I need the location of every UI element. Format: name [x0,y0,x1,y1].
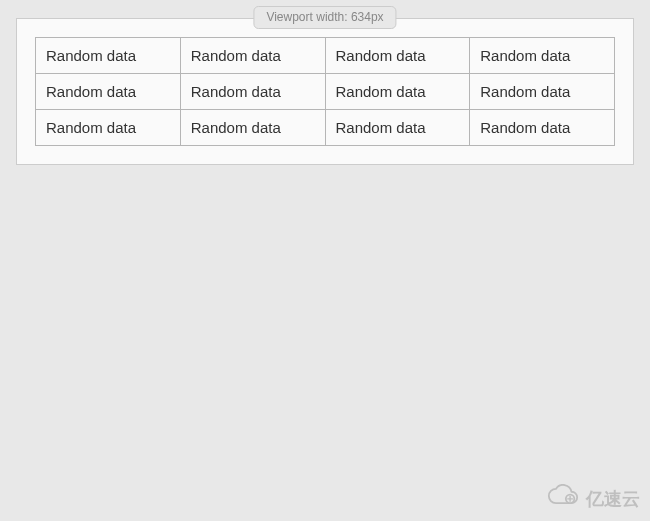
table-cell: Random data [325,38,470,74]
table-panel: Random data Random data Random data Rand… [16,18,634,165]
table-cell: Random data [36,110,181,146]
cloud-logo-icon [546,484,580,513]
table-cell: Random data [36,38,181,74]
table-cell: Random data [325,110,470,146]
watermark-text: 亿速云 [586,487,640,511]
table-cell: Random data [36,74,181,110]
table-row: Random data Random data Random data Rand… [36,38,615,74]
table-cell: Random data [470,38,615,74]
viewport-width-badge: Viewport width: 634px [253,6,396,29]
table-cell: Random data [470,110,615,146]
table-cell: Random data [180,110,325,146]
table-cell: Random data [325,74,470,110]
table-cell: Random data [180,74,325,110]
watermark: 亿速云 [546,484,640,513]
table-row: Random data Random data Random data Rand… [36,110,615,146]
table-cell: Random data [470,74,615,110]
table-cell: Random data [180,38,325,74]
table-row: Random data Random data Random data Rand… [36,74,615,110]
data-table: Random data Random data Random data Rand… [35,37,615,146]
